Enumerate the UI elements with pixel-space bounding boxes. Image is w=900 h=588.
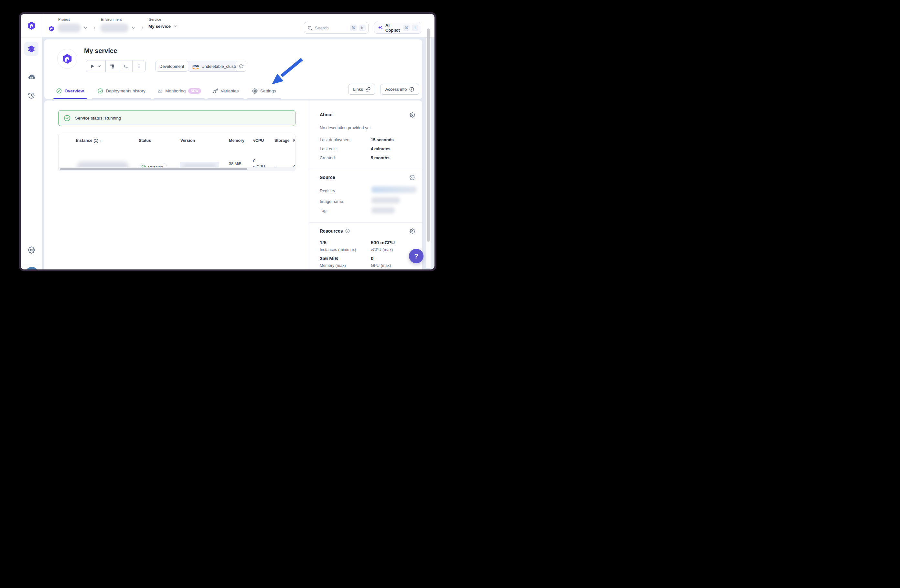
terminal-button[interactable] — [119, 60, 132, 72]
search-placeholder: Search — [315, 26, 348, 30]
sidebar-item-clusters[interactable] — [24, 70, 39, 84]
more-actions-button[interactable] — [132, 60, 146, 72]
about-section-title: About — [320, 112, 333, 117]
environment-badge[interactable]: Development — [155, 61, 188, 72]
chevron-down-icon — [131, 26, 135, 30]
cluster-badge[interactable]: aws Undeletable_cluster — [188, 61, 243, 72]
source-settings-gear-icon[interactable] — [410, 175, 415, 181]
gear-icon — [252, 88, 258, 94]
info-icon — [409, 87, 414, 92]
tab-settings[interactable]: Settings — [247, 83, 281, 99]
play-icon — [90, 63, 95, 69]
top-navigation-bar: Project / Environment / Service My servi… — [21, 14, 434, 37]
tab-settings-label: Settings — [260, 88, 276, 93]
tab-monitoring[interactable]: Monitoring NEW — [154, 83, 205, 99]
sidebar-item-settings[interactable] — [24, 243, 39, 257]
service-status-text: Service status: Running — [75, 116, 121, 121]
cluster-badge-label: Undeletable_cluster — [202, 64, 239, 69]
about-created-label: Created: — [320, 155, 336, 160]
breadcrumb-project-selector[interactable] — [57, 23, 88, 32]
sidebar-item-audit-logs[interactable] — [24, 88, 39, 103]
sidebar-vertical-divider — [309, 101, 309, 271]
stat-gpu-label: GPU (max) — [371, 263, 391, 268]
breadcrumb-org-logo-icon[interactable] — [48, 26, 54, 32]
service-header-card: My service Development — [44, 39, 422, 99]
ai-copilot-button[interactable]: AI Copilot ⌘ i — [374, 22, 421, 34]
sidebar-item-services[interactable] — [24, 42, 39, 56]
tab-variables[interactable]: Variables — [208, 83, 244, 99]
access-info-button[interactable]: Access info — [380, 84, 419, 94]
breadcrumb-environment-label: Environment — [101, 17, 122, 21]
play-service-button[interactable] — [86, 60, 106, 72]
logs-button[interactable] — [106, 60, 119, 72]
chevron-down-icon — [173, 24, 177, 28]
breadcrumb-project-label: Project — [58, 17, 70, 21]
tab-monitoring-label: Monitoring — [165, 88, 186, 93]
chart-icon — [157, 88, 163, 94]
service-logo-icon — [62, 54, 72, 64]
column-header-version[interactable]: Version — [180, 134, 195, 147]
tab-deployments-history[interactable]: Deployments history — [92, 83, 151, 99]
key-icon — [213, 88, 218, 94]
tab-indicator — [208, 98, 244, 99]
column-header-status[interactable]: Status — [139, 134, 151, 147]
ai-copilot-label: AI Copilot — [385, 23, 401, 32]
service-action-group — [86, 60, 146, 73]
column-header-instance[interactable]: Instance (1) ↓ — [76, 134, 102, 147]
links-button[interactable]: Links — [348, 84, 376, 94]
source-section-title: Source — [320, 175, 335, 180]
search-input[interactable]: Search ⌘ K — [304, 22, 369, 34]
column-header-restarts[interactable]: R — [293, 134, 295, 147]
breadcrumb-separator: / — [94, 26, 95, 31]
chevron-down-icon — [84, 26, 88, 30]
resources-settings-gear-icon[interactable] — [410, 228, 415, 235]
stat-vcpu-value: 500 mCPU — [371, 240, 395, 245]
desktop-background: Project / Environment / Service My servi… — [0, 0, 450, 294]
breadcrumb-service-selector[interactable]: My service — [148, 24, 177, 29]
kebab-menu-icon — [137, 63, 141, 69]
source-registry-label: Registry: — [320, 188, 336, 193]
tab-overview[interactable]: Overview — [53, 83, 87, 99]
tab-indicator — [247, 98, 281, 99]
page-title: My service — [84, 47, 117, 54]
page-scrollbar-thumb[interactable] — [427, 28, 430, 241]
breadcrumb-service-label: Service — [149, 17, 161, 21]
column-header-memory[interactable]: Memory — [229, 134, 244, 147]
breadcrumb-separator: / — [141, 26, 143, 31]
tab-deployments-history-label: Deployments history — [106, 88, 145, 93]
aws-logo-text: aws — [192, 64, 199, 68]
refresh-button[interactable] — [236, 61, 246, 72]
column-header-vcpu[interactable]: vCPU — [253, 134, 264, 147]
scrollbar-thumb[interactable] — [60, 168, 247, 170]
search-shortcut-k: K — [359, 25, 366, 31]
project-name-redacted — [57, 23, 81, 32]
about-last-edit-label: Last edit: — [320, 146, 337, 151]
help-button[interactable]: ? — [409, 249, 424, 263]
section-divider — [309, 222, 422, 223]
cloud-icon — [28, 73, 35, 81]
tab-active-indicator — [53, 98, 87, 99]
app-logo[interactable] — [21, 14, 42, 37]
terminal-icon — [123, 63, 128, 69]
check-circle-icon — [98, 88, 103, 94]
stat-instances-label: Instances (min/max) — [320, 248, 356, 252]
history-icon — [28, 92, 35, 99]
breadcrumb-environment-selector[interactable] — [100, 23, 135, 32]
help-button-label: ? — [414, 252, 418, 260]
overview-content-card: Service status: Running Instance (1) ↓ S… — [44, 101, 422, 271]
info-icon[interactable] — [345, 229, 350, 233]
search-shortcut-cmd: ⌘ — [350, 25, 357, 31]
column-header-storage[interactable]: Storage — [275, 134, 290, 147]
check-circle-icon — [64, 115, 70, 121]
link-icon — [366, 87, 371, 92]
links-button-label: Links — [353, 87, 363, 92]
table-header-divider — [59, 147, 295, 147]
user-avatar[interactable]: JD — [25, 267, 39, 271]
environment-name-redacted — [100, 23, 129, 32]
avatar-initials: JD — [29, 271, 34, 271]
breadcrumb-service-value: My service — [148, 24, 171, 29]
table-horizontal-scrollbar — [59, 167, 295, 171]
source-image-name-label: Image name: — [320, 199, 344, 204]
stat-gpu-value: 0 — [371, 255, 373, 261]
about-settings-gear-icon[interactable] — [410, 112, 415, 119]
